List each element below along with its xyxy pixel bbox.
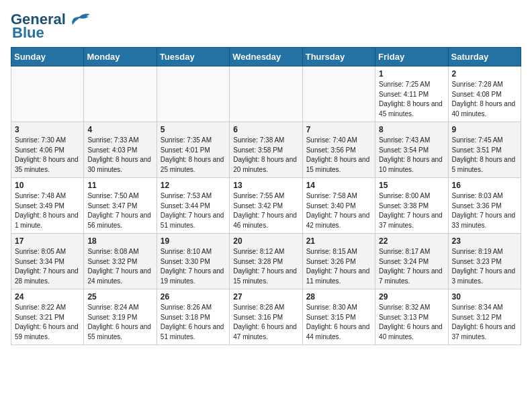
calendar-cell: 4Sunrise: 7:33 AM Sunset: 4:03 PM Daylig… (84, 122, 157, 178)
day-number: 19 (161, 236, 226, 246)
day-number: 13 (233, 181, 298, 190)
day-number: 28 (306, 292, 371, 302)
calendar-cell: 26Sunrise: 8:26 AM Sunset: 3:18 PM Dayli… (157, 289, 229, 345)
calendar-cell: 25Sunrise: 8:24 AM Sunset: 3:19 PM Dayli… (84, 289, 157, 345)
calendar-cell: 22Sunrise: 8:17 AM Sunset: 3:24 PM Dayli… (375, 234, 448, 289)
day-number: 3 (15, 125, 80, 134)
day-info: Sunrise: 7:53 AM Sunset: 3:44 PM Dayligh… (161, 191, 226, 230)
day-info: Sunrise: 7:35 AM Sunset: 4:01 PM Dayligh… (161, 136, 226, 175)
logo: General Blue (11, 11, 91, 42)
day-number: 9 (452, 125, 517, 134)
day-number: 23 (452, 236, 517, 246)
day-number: 30 (452, 292, 517, 302)
day-info: Sunrise: 8:17 AM Sunset: 3:24 PM Dayligh… (379, 247, 444, 286)
day-number: 17 (15, 236, 80, 246)
calendar-cell (230, 66, 302, 122)
day-number: 12 (161, 181, 226, 190)
day-info: Sunrise: 7:55 AM Sunset: 3:42 PM Dayligh… (233, 191, 298, 230)
calendar-cell: 9Sunrise: 7:45 AM Sunset: 3:51 PM Daylig… (448, 122, 521, 178)
day-info: Sunrise: 8:24 AM Sunset: 3:19 PM Dayligh… (87, 303, 152, 342)
day-info: Sunrise: 7:30 AM Sunset: 4:06 PM Dayligh… (15, 136, 80, 175)
calendar-cell: 21Sunrise: 8:15 AM Sunset: 3:26 PM Dayli… (302, 234, 375, 289)
day-number: 18 (87, 236, 152, 246)
calendar-week-row: 3Sunrise: 7:30 AM Sunset: 4:06 PM Daylig… (11, 122, 521, 178)
calendar-cell: 3Sunrise: 7:30 AM Sunset: 4:06 PM Daylig… (11, 122, 84, 178)
calendar-cell: 24Sunrise: 8:22 AM Sunset: 3:21 PM Dayli… (11, 289, 84, 345)
calendar-cell: 18Sunrise: 8:08 AM Sunset: 3:32 PM Dayli… (84, 234, 157, 289)
calendar-cell (157, 66, 229, 122)
header-saturday: Saturday (448, 48, 521, 66)
day-number: 25 (87, 292, 152, 302)
day-info: Sunrise: 8:28 AM Sunset: 3:16 PM Dayligh… (233, 303, 298, 342)
day-info: Sunrise: 7:38 AM Sunset: 3:58 PM Dayligh… (233, 136, 298, 175)
day-info: Sunrise: 8:34 AM Sunset: 3:12 PM Dayligh… (452, 303, 517, 342)
header-monday: Monday (84, 48, 157, 66)
calendar-cell: 29Sunrise: 8:32 AM Sunset: 3:13 PM Dayli… (375, 289, 448, 345)
calendar-cell (11, 66, 84, 122)
day-info: Sunrise: 8:22 AM Sunset: 3:21 PM Dayligh… (15, 303, 80, 342)
calendar-cell: 11Sunrise: 7:50 AM Sunset: 3:47 PM Dayli… (84, 178, 157, 234)
calendar-header-row: SundayMondayTuesdayWednesdayThursdayFrid… (11, 48, 521, 66)
day-info: Sunrise: 7:33 AM Sunset: 4:03 PM Dayligh… (87, 136, 152, 175)
day-number: 24 (15, 292, 80, 302)
calendar-cell: 28Sunrise: 8:30 AM Sunset: 3:15 PM Dayli… (302, 289, 375, 345)
day-number: 2 (452, 69, 517, 79)
calendar-cell (302, 66, 375, 122)
calendar-cell: 1Sunrise: 7:25 AM Sunset: 4:11 PM Daylig… (375, 66, 448, 122)
day-info: Sunrise: 7:45 AM Sunset: 3:51 PM Dayligh… (452, 136, 517, 175)
day-info: Sunrise: 8:00 AM Sunset: 3:38 PM Dayligh… (379, 191, 444, 230)
calendar-cell: 20Sunrise: 8:12 AM Sunset: 3:28 PM Dayli… (230, 234, 302, 289)
calendar-cell: 10Sunrise: 7:48 AM Sunset: 3:49 PM Dayli… (11, 178, 84, 234)
calendar-cell: 17Sunrise: 8:05 AM Sunset: 3:34 PM Dayli… (11, 234, 84, 289)
day-number: 20 (233, 236, 298, 246)
day-number: 15 (379, 181, 444, 190)
day-number: 29 (379, 292, 444, 302)
day-info: Sunrise: 8:19 AM Sunset: 3:23 PM Dayligh… (452, 247, 517, 286)
calendar-cell: 2Sunrise: 7:28 AM Sunset: 4:08 PM Daylig… (448, 66, 521, 122)
header-sunday: Sunday (11, 48, 84, 66)
logo-bird-icon (67, 11, 91, 28)
calendar-cell: 30Sunrise: 8:34 AM Sunset: 3:12 PM Dayli… (448, 289, 521, 345)
header-tuesday: Tuesday (157, 48, 229, 66)
day-info: Sunrise: 8:30 AM Sunset: 3:15 PM Dayligh… (306, 303, 371, 342)
day-number: 1 (379, 69, 444, 79)
day-number: 27 (233, 292, 298, 302)
calendar-cell: 13Sunrise: 7:55 AM Sunset: 3:42 PM Dayli… (230, 178, 302, 234)
header-friday: Friday (375, 48, 448, 66)
day-number: 11 (87, 181, 152, 190)
day-info: Sunrise: 7:50 AM Sunset: 3:47 PM Dayligh… (87, 191, 152, 230)
day-info: Sunrise: 8:03 AM Sunset: 3:36 PM Dayligh… (452, 191, 517, 230)
calendar-week-row: 10Sunrise: 7:48 AM Sunset: 3:49 PM Dayli… (11, 178, 521, 234)
calendar-cell: 19Sunrise: 8:10 AM Sunset: 3:30 PM Dayli… (157, 234, 229, 289)
day-info: Sunrise: 8:08 AM Sunset: 3:32 PM Dayligh… (87, 247, 152, 286)
page-header: General Blue (11, 11, 521, 42)
calendar-cell: 6Sunrise: 7:38 AM Sunset: 3:58 PM Daylig… (230, 122, 302, 178)
calendar-cell: 7Sunrise: 7:40 AM Sunset: 3:56 PM Daylig… (302, 122, 375, 178)
calendar-cell: 23Sunrise: 8:19 AM Sunset: 3:23 PM Dayli… (448, 234, 521, 289)
day-info: Sunrise: 7:25 AM Sunset: 4:11 PM Dayligh… (379, 80, 444, 119)
calendar-cell: 12Sunrise: 7:53 AM Sunset: 3:44 PM Dayli… (157, 178, 229, 234)
day-number: 16 (452, 181, 517, 190)
header-wednesday: Wednesday (230, 48, 302, 66)
calendar-cell: 15Sunrise: 8:00 AM Sunset: 3:38 PM Dayli… (375, 178, 448, 234)
day-number: 10 (15, 181, 80, 190)
day-number: 22 (379, 236, 444, 246)
day-info: Sunrise: 8:10 AM Sunset: 3:30 PM Dayligh… (161, 247, 226, 286)
calendar-week-row: 17Sunrise: 8:05 AM Sunset: 3:34 PM Dayli… (11, 234, 521, 289)
day-number: 21 (306, 236, 371, 246)
day-number: 8 (379, 125, 444, 134)
day-number: 14 (306, 181, 371, 190)
day-number: 6 (233, 125, 298, 134)
day-info: Sunrise: 7:58 AM Sunset: 3:40 PM Dayligh… (306, 191, 371, 230)
day-info: Sunrise: 7:48 AM Sunset: 3:49 PM Dayligh… (15, 191, 80, 230)
day-info: Sunrise: 7:40 AM Sunset: 3:56 PM Dayligh… (306, 136, 371, 175)
logo-blue: Blue (12, 24, 44, 42)
calendar-week-row: 24Sunrise: 8:22 AM Sunset: 3:21 PM Dayli… (11, 289, 521, 345)
calendar-cell: 8Sunrise: 7:43 AM Sunset: 3:54 PM Daylig… (375, 122, 448, 178)
calendar-week-row: 1Sunrise: 7:25 AM Sunset: 4:11 PM Daylig… (11, 66, 521, 122)
calendar-cell: 27Sunrise: 8:28 AM Sunset: 3:16 PM Dayli… (230, 289, 302, 345)
calendar-cell (84, 66, 157, 122)
calendar-cell: 14Sunrise: 7:58 AM Sunset: 3:40 PM Dayli… (302, 178, 375, 234)
day-number: 26 (161, 292, 226, 302)
day-info: Sunrise: 8:26 AM Sunset: 3:18 PM Dayligh… (161, 303, 226, 342)
